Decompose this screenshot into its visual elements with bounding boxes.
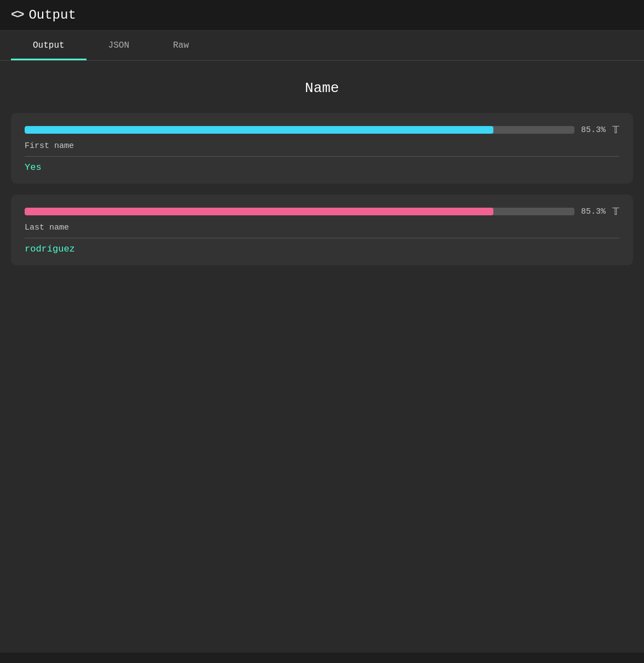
- last-name-progress-pct: 85.3%: [581, 207, 606, 216]
- first-name-type-icon: 𝕋: [612, 124, 619, 136]
- last-name-card: 85.3% 𝕋 Last name rodríguez: [11, 195, 633, 265]
- main-content: Name 85.3% 𝕋 First name Yes 85.3% 𝕋 Last…: [0, 61, 644, 653]
- section-title: Name: [11, 80, 633, 96]
- last-name-progress-bar-container: [25, 208, 574, 215]
- tabs-container: Output JSON Raw: [0, 31, 644, 61]
- first-name-progress-bar-container: [25, 126, 574, 134]
- header-title: Output: [28, 8, 76, 22]
- last-name-type-icon: 𝕋: [612, 205, 619, 218]
- last-name-progress-row: 85.3% 𝕋: [25, 205, 619, 218]
- tab-raw[interactable]: Raw: [151, 31, 211, 60]
- tab-output[interactable]: Output: [11, 31, 87, 60]
- header: <> Output: [0, 0, 644, 31]
- last-name-progress-bar-fill: [25, 208, 493, 215]
- last-name-label: Last name: [25, 223, 619, 232]
- first-name-divider: [25, 156, 619, 157]
- first-name-card: 85.3% 𝕋 First name Yes: [11, 113, 633, 184]
- first-name-value: Yes: [25, 162, 619, 173]
- first-name-progress-bar-fill: [25, 126, 493, 134]
- last-name-value: rodríguez: [25, 244, 619, 254]
- first-name-label: First name: [25, 141, 619, 151]
- first-name-progress-pct: 85.3%: [581, 125, 606, 135]
- tab-json[interactable]: JSON: [87, 31, 151, 60]
- code-icon: <>: [11, 8, 23, 22]
- first-name-progress-row: 85.3% 𝕋: [25, 124, 619, 136]
- last-name-divider: [25, 238, 619, 238]
